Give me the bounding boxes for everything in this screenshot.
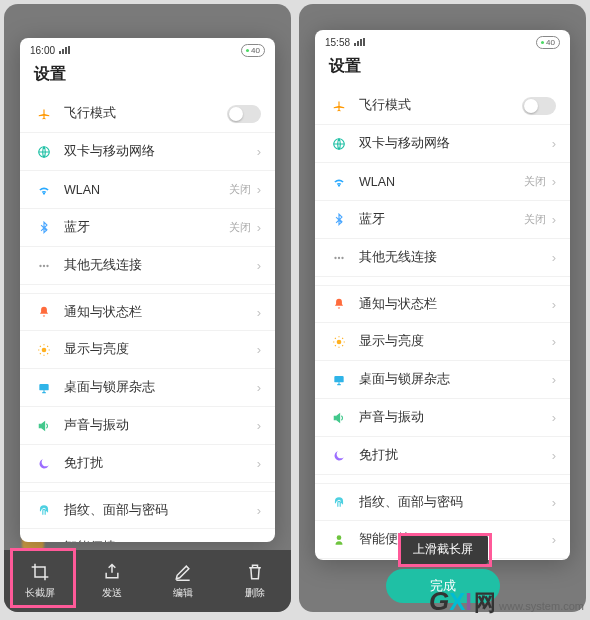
- airplane-icon: [329, 96, 349, 116]
- svg-point-10: [334, 256, 336, 258]
- settings-list[interactable]: 飞行模式双卡与移动网络›WLAN关闭›蓝牙关闭›其他无线连接›通知与状态栏›显示…: [20, 95, 275, 542]
- row-label: 飞行模式: [359, 97, 522, 114]
- row-label: 其他无线连接: [64, 257, 257, 274]
- desktop-icon: [329, 370, 349, 390]
- settings-row-moon[interactable]: 免打扰›: [20, 445, 275, 483]
- chevron-right-icon: ›: [552, 495, 556, 510]
- row-label: 声音与振动: [64, 417, 257, 434]
- svg-point-2: [43, 264, 45, 266]
- settings-row-more[interactable]: 其他无线连接›: [315, 239, 570, 277]
- row-label: 蓝牙: [64, 219, 229, 236]
- moon-icon: [34, 454, 54, 474]
- settings-row-airplane[interactable]: 飞行模式: [20, 95, 275, 133]
- settings-row-desktop[interactable]: 桌面与锁屏杂志›: [20, 369, 275, 407]
- settings-row-airplane[interactable]: 飞行模式: [315, 87, 570, 125]
- row-trail: 关闭: [229, 182, 251, 197]
- settings-row-moon[interactable]: 免打扰›: [315, 437, 570, 475]
- settings-row-bell[interactable]: 通知与状态栏›: [20, 293, 275, 331]
- settings-row-smart[interactable]: 智能便捷›: [20, 529, 275, 542]
- svg-point-11: [338, 256, 340, 258]
- bottom-bar: 完成: [299, 560, 586, 612]
- settings-row-fingerprint[interactable]: 指纹、面部与密码›: [315, 483, 570, 521]
- desktop-icon: [34, 378, 54, 398]
- chevron-right-icon: ›: [257, 503, 261, 518]
- settings-list[interactable]: 飞行模式双卡与移动网络›WLAN关闭›蓝牙关闭›其他无线连接›通知与状态栏›显示…: [315, 87, 570, 560]
- long-screenshot-button[interactable]: 长截屏: [4, 550, 76, 612]
- row-label: 指纹、面部与密码: [64, 502, 257, 519]
- row-label: 蓝牙: [359, 211, 524, 228]
- chevron-right-icon: ›: [257, 144, 261, 159]
- globe-icon: [34, 142, 54, 162]
- status-bar: 16:00 40: [20, 38, 275, 62]
- row-label: 免打扰: [359, 447, 552, 464]
- settings-row-fingerprint[interactable]: 指纹、面部与密码›: [20, 491, 275, 529]
- settings-row-globe[interactable]: 双卡与移动网络›: [20, 133, 275, 171]
- share-button[interactable]: 发送: [76, 550, 148, 612]
- delete-button[interactable]: 删除: [219, 550, 291, 612]
- chevron-right-icon: ›: [552, 136, 556, 151]
- page-title: 设置: [315, 54, 570, 87]
- done-button[interactable]: 完成: [386, 569, 500, 603]
- row-label: 通知与状态栏: [64, 304, 257, 321]
- status-time: 16:00: [30, 45, 55, 56]
- row-label: 桌面与锁屏杂志: [64, 379, 257, 396]
- settings-row-wifi[interactable]: WLAN关闭›: [315, 163, 570, 201]
- row-label: 其他无线连接: [359, 249, 552, 266]
- settings-row-globe[interactable]: 双卡与移动网络›: [315, 125, 570, 163]
- chevron-right-icon: ›: [552, 174, 556, 189]
- chevron-right-icon: ›: [552, 410, 556, 425]
- settings-row-brightness[interactable]: 显示与亮度›: [20, 331, 275, 369]
- row-label: 桌面与锁屏杂志: [359, 371, 552, 388]
- chevron-right-icon: ›: [552, 448, 556, 463]
- smart-icon: [329, 530, 349, 550]
- chevron-right-icon: ›: [257, 380, 261, 395]
- fingerprint-icon: [329, 492, 349, 512]
- phone-screenshot-right: 15:58 40 设置 飞行模式双卡与移动网络›WLAN关闭›蓝牙关闭›其他无线…: [299, 4, 586, 612]
- settings-row-brightness[interactable]: 显示与亮度›: [315, 323, 570, 361]
- settings-row-desktop[interactable]: 桌面与锁屏杂志›: [315, 361, 570, 399]
- status-bar: 15:58 40: [315, 30, 570, 54]
- chevron-right-icon: ›: [257, 540, 261, 542]
- globe-icon: [329, 134, 349, 154]
- phone-screenshot-left: 16:00 40 设置 飞行模式双卡与移动网络›WLAN关闭›蓝牙关闭›其他无线…: [4, 4, 291, 612]
- settings-row-more[interactable]: 其他无线连接›: [20, 247, 275, 285]
- svg-point-4: [42, 347, 47, 352]
- chevron-right-icon: ›: [257, 220, 261, 235]
- svg-point-12: [341, 256, 343, 258]
- bell-icon: [34, 302, 54, 322]
- settings-row-wifi[interactable]: WLAN关闭›: [20, 171, 275, 209]
- battery-icon: 40: [536, 36, 560, 49]
- toggle-switch[interactable]: [227, 105, 261, 123]
- settings-row-bell[interactable]: 通知与状态栏›: [315, 285, 570, 323]
- row-label: 飞行模式: [64, 105, 227, 122]
- bluetooth-icon: [329, 210, 349, 230]
- chevron-right-icon: ›: [257, 305, 261, 320]
- settings-row-bluetooth[interactable]: 蓝牙关闭›: [20, 209, 275, 247]
- trash-icon: [245, 562, 265, 582]
- chevron-right-icon: ›: [257, 182, 261, 197]
- settings-row-sound[interactable]: 声音与振动›: [315, 399, 570, 437]
- svg-rect-14: [334, 375, 343, 381]
- svg-rect-5: [39, 383, 48, 389]
- chevron-right-icon: ›: [257, 418, 261, 433]
- toggle-switch[interactable]: [522, 97, 556, 115]
- row-label: 智能便捷: [64, 539, 257, 542]
- settings-row-bluetooth[interactable]: 蓝牙关闭›: [315, 201, 570, 239]
- chevron-right-icon: ›: [552, 250, 556, 265]
- row-label: WLAN: [64, 183, 229, 197]
- svg-point-1: [39, 264, 41, 266]
- bluetooth-icon: [34, 218, 54, 238]
- chevron-right-icon: ›: [257, 456, 261, 471]
- chevron-right-icon: ›: [257, 342, 261, 357]
- settings-row-sound[interactable]: 声音与振动›: [20, 407, 275, 445]
- settings-popup: 16:00 40 设置 飞行模式双卡与移动网络›WLAN关闭›蓝牙关闭›其他无线…: [20, 38, 275, 542]
- svg-point-3: [46, 264, 48, 266]
- fingerprint-icon: [34, 500, 54, 520]
- chevron-right-icon: ›: [552, 532, 556, 547]
- airplane-icon: [34, 104, 54, 124]
- share-icon: [102, 562, 122, 582]
- chevron-right-icon: ›: [257, 258, 261, 273]
- row-label: 双卡与移动网络: [64, 143, 257, 160]
- edit-button[interactable]: 编辑: [148, 550, 220, 612]
- row-trail: 关闭: [524, 212, 546, 227]
